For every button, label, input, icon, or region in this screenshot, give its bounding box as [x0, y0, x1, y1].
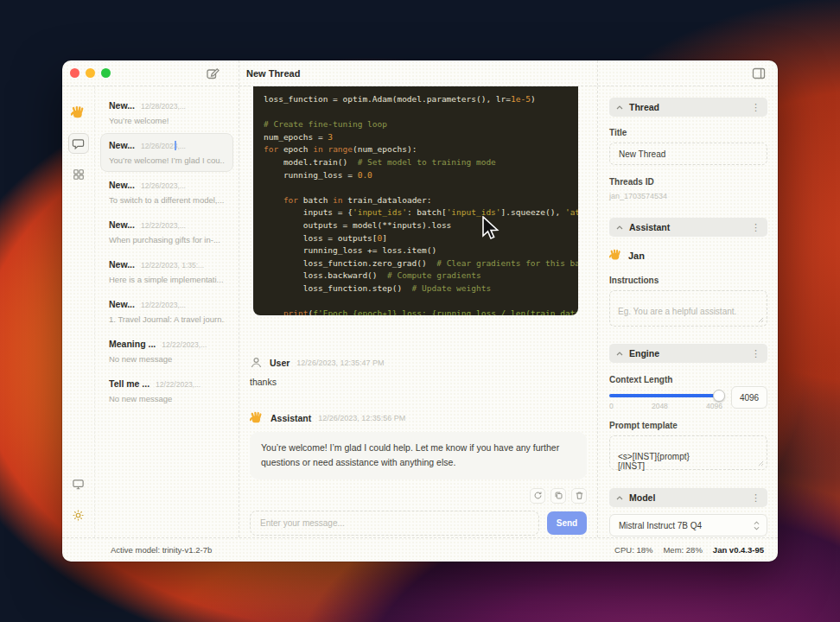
regenerate-button[interactable]: [530, 488, 545, 504]
thread-date: 12/22/2023, 1:35:...: [141, 261, 204, 270]
instructions-placeholder: Eg. You are a helpful assistant.: [618, 307, 736, 316]
thread-item[interactable]: New...12/22/2023,...When purchasing gift…: [100, 213, 233, 251]
assistant-identity: Jan: [609, 249, 767, 262]
thread-preview: No new message: [109, 354, 225, 364]
send-button[interactable]: Send: [547, 511, 587, 535]
section-header-assistant[interactable]: Assistant ⋮: [609, 218, 767, 237]
regenerate-icon: [533, 491, 543, 500]
thread-list: New...12/28/2023,...You’re welcome!New..…: [95, 86, 239, 537]
waving-hand-icon: [250, 411, 264, 425]
status-bar: Active model: trinity-v1.2-7b CPU: 18% M…: [62, 537, 778, 562]
model-select[interactable]: Mistral Instruct 7B Q4: [609, 514, 767, 536]
settings-button[interactable]: [68, 505, 89, 525]
slider-thumb[interactable]: [713, 390, 725, 402]
zoom-window-button[interactable]: [101, 68, 111, 78]
thread-date: 12/26/2023,...: [141, 181, 186, 190]
threads-nav-button[interactable]: [68, 133, 89, 154]
thread-item[interactable]: New...12/22/2023,...1. Travel Journal: A…: [100, 292, 233, 331]
section-header-engine[interactable]: Engine ⋮: [609, 344, 767, 363]
hub-nav-button[interactable]: [68, 164, 89, 185]
resize-grip-icon[interactable]: [758, 460, 764, 466]
slider-ticks: 0 2048 4096: [609, 402, 722, 410]
context-length-slider[interactable]: [609, 394, 722, 397]
section-title: Thread: [629, 102, 745, 112]
cpu-status: CPU: 18%: [614, 545, 652, 555]
chevron-up-icon: [616, 225, 623, 230]
titlebar-right: [598, 60, 778, 86]
delete-button[interactable]: [571, 488, 587, 504]
thread-preview: To switch to a different model,...: [109, 195, 225, 205]
panel-toggle-icon: [752, 67, 766, 79]
threads-id-label: Threads ID: [609, 177, 767, 187]
tick-min: 0: [609, 402, 614, 410]
traffic-lights: [70, 68, 111, 78]
engine-menu-button[interactable]: ⋮: [751, 349, 760, 359]
message-timestamp: 12/26/2023, 12:35:56 PM: [318, 414, 405, 422]
thread-title: Tell me ...: [109, 378, 150, 389]
chevron-up-icon: [616, 496, 623, 500]
thread-preview: You’re welcome!: [109, 116, 225, 125]
jan-app-window: New Thread: [62, 60, 778, 562]
message-input[interactable]: [250, 511, 539, 536]
gear-icon: [72, 509, 85, 522]
minimize-window-button[interactable]: [86, 68, 95, 78]
thread-title: New...: [109, 140, 135, 150]
chat-column: loss_function = optim.Adam(model.paramet…: [239, 86, 598, 537]
thread-preview: 1. Travel Journal: A travel journ...: [109, 314, 225, 324]
section-title: Engine: [629, 348, 745, 359]
assistant-wave-button[interactable]: [68, 102, 89, 123]
thread-title: New...: [109, 299, 135, 309]
message-role: Assistant: [270, 413, 311, 423]
toggle-right-panel-button[interactable]: [752, 67, 766, 79]
model-menu-button[interactable]: ⋮: [751, 493, 760, 503]
thread-preview: Here is a simple implementati...: [109, 275, 225, 284]
thread-item[interactable]: New...12/22/2023, 1:35:...Here is a simp…: [100, 252, 233, 291]
threads-id-value: jan_1703574534: [609, 192, 767, 200]
thread-title-input[interactable]: [609, 143, 767, 165]
user-message-text: thanks: [250, 377, 587, 387]
titlebar: New Thread: [62, 60, 778, 86]
compose-icon: [206, 67, 220, 80]
left-icon-rail: [62, 86, 95, 537]
system-monitor-button[interactable]: [68, 473, 89, 494]
grid-icon: [73, 168, 85, 181]
section-header-model[interactable]: Model ⋮: [609, 488, 767, 507]
active-model-status: Active model: trinity-v1.2-7b: [111, 545, 212, 555]
trash-icon: [575, 491, 584, 500]
thread-item[interactable]: Meaning ...12/22/2023,...No new message: [100, 332, 233, 371]
thread-date: 12/22/2023,...: [156, 380, 200, 389]
thread-date: 12/22/2023,...: [141, 301, 186, 309]
titlebar-center: New Thread: [239, 60, 598, 86]
close-window-button[interactable]: [70, 68, 80, 78]
chevron-up-icon: [616, 105, 623, 110]
thread-date: 12/26/2023,...: [141, 142, 186, 150]
thread-preview: You’re welcome! I’m glad I cou...: [109, 156, 225, 165]
thread-item[interactable]: New...12/26/2023,...You’re welcome! I’m …: [100, 133, 233, 172]
thread-menu-button[interactable]: ⋮: [751, 103, 760, 112]
thread-item[interactable]: New...12/26/2023,...To switch to a diffe…: [100, 173, 233, 212]
context-length-value[interactable]: 4096: [731, 386, 767, 409]
title-label: Title: [609, 128, 767, 137]
thread-title: New...: [109, 219, 135, 230]
thread-preview: No new message: [109, 394, 225, 403]
thread-title: New...: [109, 259, 135, 270]
new-thread-compose-button[interactable]: [206, 67, 220, 80]
assistant-menu-button[interactable]: ⋮: [751, 223, 760, 232]
section-header-thread[interactable]: Thread ⋮: [609, 98, 767, 117]
instructions-textarea[interactable]: Eg. You are a helpful assistant.: [609, 290, 767, 327]
prompt-template-textarea[interactable]: <s>[INST]{prompt} [/INST]: [609, 435, 767, 470]
message-timestamp: 12/26/2023, 12:35:47 PM: [296, 359, 384, 367]
prompt-template-value: <s>[INST]{prompt} [/INST]: [618, 452, 690, 471]
thread-item[interactable]: New...12/28/2023,...You’re welcome!: [100, 93, 233, 132]
monitor-icon: [72, 478, 85, 491]
user-avatar-icon: [250, 356, 263, 369]
chevron-up-icon: [616, 352, 623, 356]
desktop-wallpaper: New Thread: [0, 0, 840, 622]
prompt-template-label: Prompt template: [609, 421, 767, 430]
assistant-name: Jan: [628, 251, 645, 261]
resize-grip-icon[interactable]: [758, 317, 764, 323]
copy-button[interactable]: [550, 488, 566, 504]
copy-icon: [554, 491, 563, 500]
thread-date: 12/22/2023,...: [141, 221, 186, 230]
thread-item[interactable]: Tell me ...12/22/2023,...No new message: [100, 371, 233, 410]
